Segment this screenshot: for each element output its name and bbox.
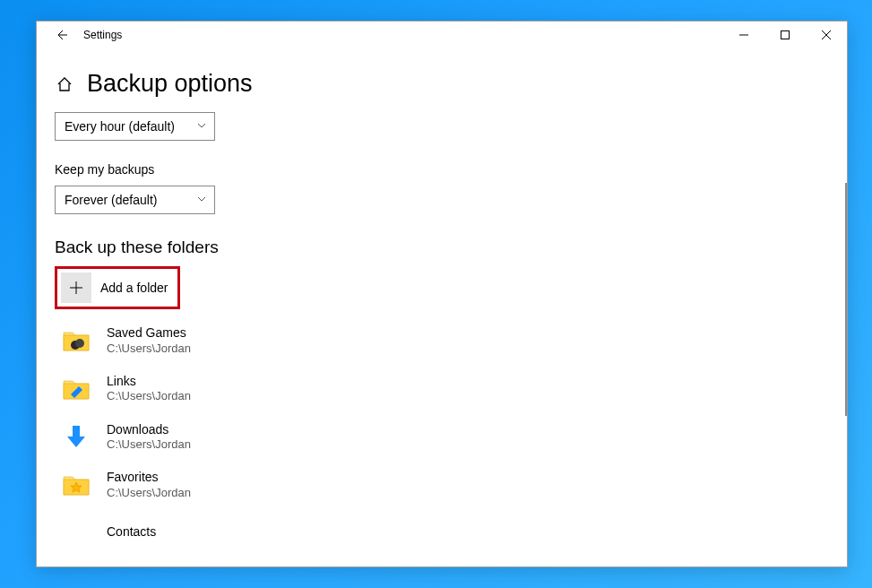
settings-window: Settings Backup options Every hour — [36, 21, 848, 567]
add-folder-label: Add a folder — [100, 281, 168, 295]
window-title: Settings — [83, 29, 122, 41]
favorites-folder-icon — [62, 471, 91, 499]
home-button[interactable] — [55, 74, 74, 94]
window-controls — [723, 22, 847, 48]
folder-name: Saved Games — [107, 325, 191, 342]
add-folder-button[interactable]: Add a folder — [55, 266, 180, 309]
titlebar: Settings — [37, 22, 847, 48]
folder-path: C:\Users\Jordan — [107, 437, 191, 452]
plus-icon — [61, 272, 91, 303]
keep-backups-label: Keep my backups — [55, 162, 829, 177]
page-title: Backup options — [87, 70, 253, 98]
maximize-button[interactable] — [764, 22, 806, 48]
downloads-icon — [62, 422, 91, 451]
svg-rect-1 — [781, 31, 790, 39]
back-button[interactable] — [42, 22, 80, 48]
folder-path: C:\Users\Jordan — [107, 389, 191, 403]
folder-item-text: Links C:\Users\Jordan — [107, 374, 191, 404]
backup-frequency-value: Every hour (default) — [65, 119, 175, 134]
folder-name: Downloads — [107, 422, 191, 438]
folder-name: Favorites — [107, 470, 191, 486]
scrollbar[interactable] — [845, 183, 847, 416]
folder-item-favorites[interactable]: Favorites C:\Users\Jordan — [62, 470, 829, 500]
folder-path: C:\Users\Jordan — [107, 342, 191, 356]
folder-item-contacts[interactable]: Contacts — [62, 518, 829, 547]
folder-item-downloads[interactable]: Downloads C:\Users\Jordan — [62, 422, 829, 453]
folder-item-text: Favorites C:\Users\Jordan — [107, 470, 191, 500]
keep-backups-value: Forever (default) — [65, 193, 157, 207]
folder-name: Links — [107, 374, 191, 390]
links-folder-icon — [62, 375, 91, 403]
folders-heading: Back up these folders — [55, 238, 829, 257]
folder-path: C:\Users\Jordan — [107, 486, 191, 500]
content-area: Backup options Every hour (default) Keep… — [37, 48, 847, 566]
folder-list: Saved Games C:\Users\Jordan Links C:\Use… — [55, 325, 829, 529]
folder-name: Contacts — [107, 524, 156, 540]
folder-item-text: Contacts — [107, 524, 156, 540]
folder-item-text: Saved Games C:\Users\Jordan — [107, 325, 191, 356]
page-header: Backup options — [55, 70, 829, 98]
folder-item-saved-games[interactable]: Saved Games C:\Users\Jordan — [62, 325, 829, 356]
saved-games-folder-icon — [62, 326, 91, 355]
chevron-down-icon — [196, 119, 207, 134]
minimize-button[interactable] — [723, 22, 764, 48]
keep-backups-dropdown[interactable]: Forever (default) — [55, 186, 215, 214]
close-button[interactable] — [806, 22, 847, 48]
folder-item-text: Downloads C:\Users\Jordan — [107, 422, 191, 453]
svg-point-7 — [75, 339, 84, 348]
chevron-down-icon — [196, 193, 207, 207]
backup-frequency-dropdown[interactable]: Every hour (default) — [55, 112, 215, 141]
folder-item-links[interactable]: Links C:\Users\Jordan — [62, 374, 829, 404]
